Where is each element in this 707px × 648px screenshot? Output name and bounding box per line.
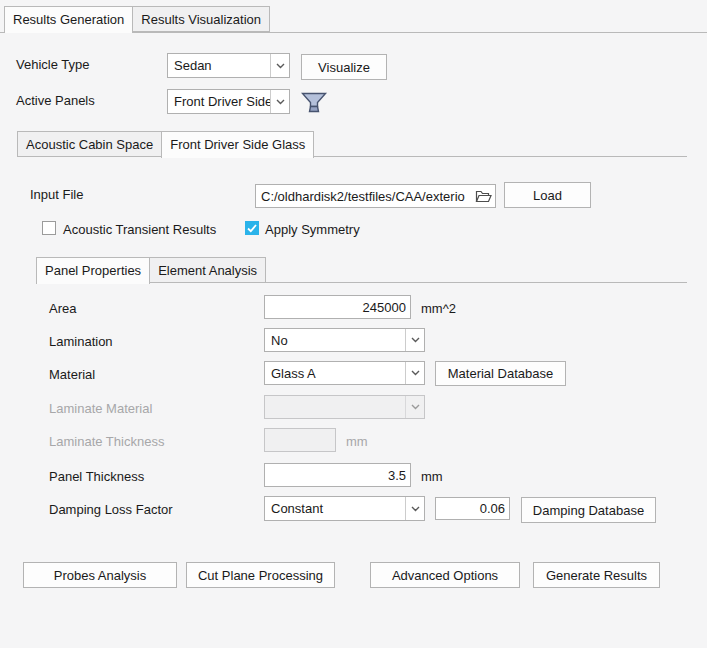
- area-unit: mm^2: [421, 301, 456, 316]
- cut-plane-processing-button[interactable]: Cut Plane Processing: [186, 562, 335, 588]
- material-label: Material: [49, 367, 95, 382]
- results-generation-panel: Results Generation Results Visualization…: [0, 0, 707, 648]
- tab-results-visualization[interactable]: Results Visualization: [132, 6, 270, 32]
- apply-symmetry-checkbox[interactable]: [245, 221, 259, 235]
- chevron-down-icon: [405, 329, 424, 351]
- chevron-down-icon: [270, 90, 289, 113]
- property-tabbar: Panel Properties Element Analysis: [36, 257, 266, 284]
- damping-database-button[interactable]: Damping Database: [521, 497, 656, 523]
- advanced-options-button[interactable]: Advanced Options: [370, 562, 520, 588]
- visualize-button[interactable]: Visualize: [301, 54, 387, 80]
- material-value: Glass A: [265, 362, 405, 384]
- laminate-thickness-input: [264, 428, 336, 452]
- laminate-thickness-unit: mm: [346, 434, 368, 449]
- damping-loss-factor-label: Damping Loss Factor: [49, 502, 173, 517]
- tab-panel-properties[interactable]: Panel Properties: [36, 257, 150, 284]
- material-database-button[interactable]: Material Database: [435, 361, 566, 386]
- material-select[interactable]: Glass A: [264, 361, 425, 385]
- lamination-select[interactable]: No: [264, 328, 425, 352]
- probes-analysis-button[interactable]: Probes Analysis: [23, 562, 177, 588]
- panel-tabbar: Acoustic Cabin Space Front Driver Side G…: [17, 131, 314, 158]
- damping-value-input[interactable]: [435, 497, 510, 520]
- generate-results-button[interactable]: Generate Results: [533, 562, 660, 588]
- lamination-value: No: [265, 329, 405, 351]
- tab-element-analysis[interactable]: Element Analysis: [149, 257, 266, 283]
- area-label: Area: [49, 301, 76, 316]
- laminate-thickness-label: Laminate Thickness: [49, 434, 164, 449]
- laminate-material-label: Laminate Material: [49, 401, 152, 416]
- damping-mode-value: Constant: [265, 497, 405, 520]
- panel-thickness-label: Panel Thickness: [49, 469, 144, 484]
- vehicle-type-value: Sedan: [168, 54, 270, 77]
- vehicle-type-select[interactable]: Sedan: [167, 53, 290, 78]
- tab-front-driver-side-glass[interactable]: Front Driver Side Glass: [161, 131, 314, 158]
- active-panels-value: Front Driver Side: [168, 90, 270, 113]
- input-file-field[interactable]: C:/oldhardisk2/testfiles/CAA/exterio: [255, 184, 496, 208]
- panel-thickness-unit: mm: [421, 469, 443, 484]
- damping-mode-select[interactable]: Constant: [264, 496, 425, 521]
- acoustic-transient-label: Acoustic Transient Results: [63, 222, 216, 237]
- tab-results-generation[interactable]: Results Generation: [4, 6, 133, 33]
- panel-thickness-input[interactable]: [264, 463, 411, 487]
- chevron-down-icon: [270, 54, 289, 77]
- chevron-down-icon: [405, 497, 424, 520]
- main-tabbar: Results Generation Results Visualization: [4, 6, 270, 33]
- chevron-down-icon: [405, 362, 424, 384]
- vehicle-type-label: Vehicle Type: [16, 57, 89, 72]
- lamination-label: Lamination: [49, 334, 113, 349]
- input-file-label: Input File: [30, 187, 83, 202]
- active-panels-label: Active Panels: [16, 93, 95, 108]
- chevron-down-icon: [405, 396, 424, 418]
- tab-acoustic-cabin-space[interactable]: Acoustic Cabin Space: [17, 131, 162, 157]
- laminate-material-value: [265, 396, 405, 418]
- area-input[interactable]: [264, 295, 411, 319]
- laminate-material-select: [264, 395, 425, 419]
- active-panels-select[interactable]: Front Driver Side: [167, 89, 290, 114]
- funnel-filter-icon[interactable]: [301, 91, 328, 114]
- input-file-path: C:/oldhardisk2/testfiles/CAA/exterio: [261, 189, 475, 204]
- apply-symmetry-label: Apply Symmetry: [265, 222, 360, 237]
- open-folder-icon[interactable]: [475, 190, 492, 203]
- checkmark-icon: [247, 224, 257, 233]
- acoustic-transient-checkbox[interactable]: [42, 221, 56, 235]
- load-button[interactable]: Load: [504, 182, 591, 208]
